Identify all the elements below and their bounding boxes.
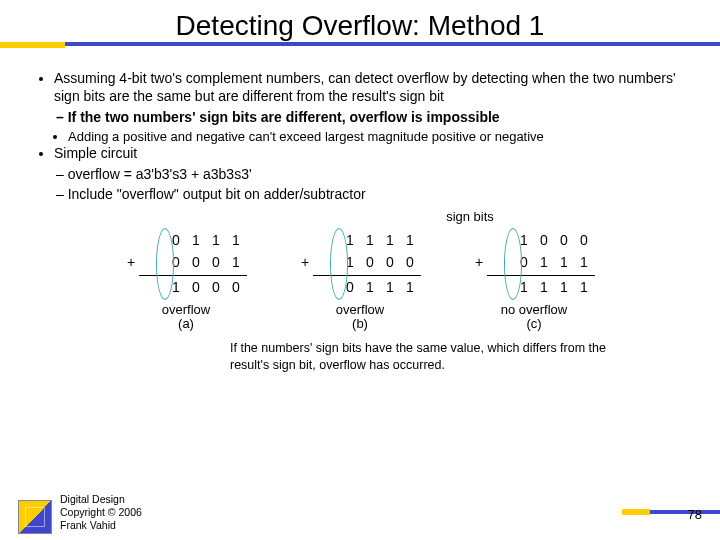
example-caption: no overflow (c)	[469, 303, 599, 333]
bit: 1	[191, 232, 201, 250]
subsub-bullet-list-1: Adding a positive and negative can't exc…	[30, 129, 690, 145]
accent-yellow-stripe	[0, 42, 65, 48]
result: 1 0 0 0	[121, 277, 251, 299]
hr-rule	[313, 275, 421, 276]
bit: 0	[559, 232, 569, 250]
credits: Digital Design Copyright © 2006 Frank Va…	[60, 493, 142, 532]
footer: Digital Design Copyright © 2006 Frank Va…	[0, 484, 720, 534]
bit: 1	[365, 279, 375, 297]
page-number: 78	[688, 507, 702, 522]
plus-sign: +	[127, 254, 135, 272]
bit: 1	[579, 279, 589, 297]
operand-2: 0 0 0 1	[121, 252, 251, 274]
bit: 0	[171, 254, 181, 272]
bit: 1	[345, 232, 355, 250]
bit: 0	[231, 279, 241, 297]
bit: 1	[231, 254, 241, 272]
credits-line-1: Digital Design	[60, 493, 125, 505]
caption-id: (a)	[178, 316, 194, 331]
bullet-2: Simple circuit	[54, 145, 690, 163]
bit: 0	[579, 232, 589, 250]
hr-rule	[139, 275, 247, 276]
bullet-list: Assuming 4-bit two's complement numbers,…	[30, 70, 690, 105]
bit: 1	[211, 232, 221, 250]
sub-bullet-list-2: overflow = a3'b3's3 + a3b3s3' Include "o…	[30, 166, 690, 203]
caption-text: overflow	[162, 302, 210, 317]
result: 1 1 1 1	[469, 277, 599, 299]
sub-bullet-list-1: If the two numbers' sign bits are differ…	[30, 109, 690, 127]
bit: 1	[345, 254, 355, 272]
bit: 1	[579, 254, 589, 272]
bit: 1	[171, 279, 181, 297]
bullet-1-sub-1: If the two numbers' sign bits are differ…	[56, 109, 690, 127]
bit: 0	[171, 232, 181, 250]
bullet-1: Assuming 4-bit two's complement numbers,…	[54, 70, 690, 105]
bit: 1	[405, 279, 415, 297]
slide-title: Detecting Overflow: Method 1	[170, 10, 551, 42]
bullet-1-sub-1-a: Adding a positive and negative can't exc…	[68, 129, 690, 145]
bit: 0	[191, 279, 201, 297]
bullet-list-2: Simple circuit	[30, 145, 690, 163]
bit: 0	[345, 279, 355, 297]
operand-1: 0 1 1 1	[121, 230, 251, 252]
caption-text: overflow	[336, 302, 384, 317]
bit: 0	[191, 254, 201, 272]
plus-sign: +	[475, 254, 483, 272]
bit: 1	[385, 232, 395, 250]
bit: 1	[539, 279, 549, 297]
credits-line-3: Frank Vahid	[60, 519, 116, 531]
example-caption: overflow (a)	[121, 303, 251, 333]
bit: 1	[231, 232, 241, 250]
bullet-2-sub-2: Include "overflow" output bit on adder/s…	[56, 186, 690, 204]
operand-1: 1 1 1 1	[295, 230, 425, 252]
example-c: + 1 0 0 0 0 1 1 1 1 1 1 1 no overflow	[469, 230, 599, 333]
caption-id: (c)	[526, 316, 541, 331]
bit: 0	[365, 254, 375, 272]
bit: 0	[519, 254, 529, 272]
bit: 1	[365, 232, 375, 250]
operand-2: 1 0 0 0	[295, 252, 425, 274]
examples-row: + 0 1 1 1 0 0 0 1 1 0 0 0 overflow	[30, 230, 690, 333]
bit: 1	[519, 279, 529, 297]
example-b: + 1 1 1 1 1 0 0 0 0 1 1 1 overflow	[295, 230, 425, 333]
example-caption: overflow (b)	[295, 303, 425, 333]
corner-accent-stripe	[650, 510, 720, 514]
result: 0 1 1 1	[295, 277, 425, 299]
logo-icon	[18, 500, 52, 534]
bit: 0	[211, 254, 221, 272]
bullet-2-sub-1: overflow = a3'b3's3 + a3b3s3'	[56, 166, 690, 184]
slide-body: Assuming 4-bit two's complement numbers,…	[0, 62, 720, 373]
operand-2: 0 1 1 1	[469, 252, 599, 274]
accent-blue-stripe	[65, 42, 720, 46]
credits-line-2: Copyright © 2006	[60, 506, 142, 518]
bit: 1	[559, 254, 569, 272]
caption-text: no overflow	[501, 302, 567, 317]
bit: 1	[539, 254, 549, 272]
bit: 1	[405, 232, 415, 250]
bit: 1	[559, 279, 569, 297]
bit: 1	[385, 279, 395, 297]
sign-bits-label: sign bits	[250, 209, 690, 225]
bit: 0	[211, 279, 221, 297]
bit: 0	[405, 254, 415, 272]
caption-id: (b)	[352, 316, 368, 331]
plus-sign: +	[301, 254, 309, 272]
bit: 0	[539, 232, 549, 250]
bit: 1	[519, 232, 529, 250]
hr-rule	[487, 275, 595, 276]
bit: 0	[385, 254, 395, 272]
title-area: Detecting Overflow: Method 1	[0, 0, 720, 62]
operand-1: 1 0 0 0	[469, 230, 599, 252]
example-a: + 0 1 1 1 0 0 0 1 1 0 0 0 overflow	[121, 230, 251, 333]
bottom-note: If the numbers' sign bits have the same …	[230, 340, 630, 373]
